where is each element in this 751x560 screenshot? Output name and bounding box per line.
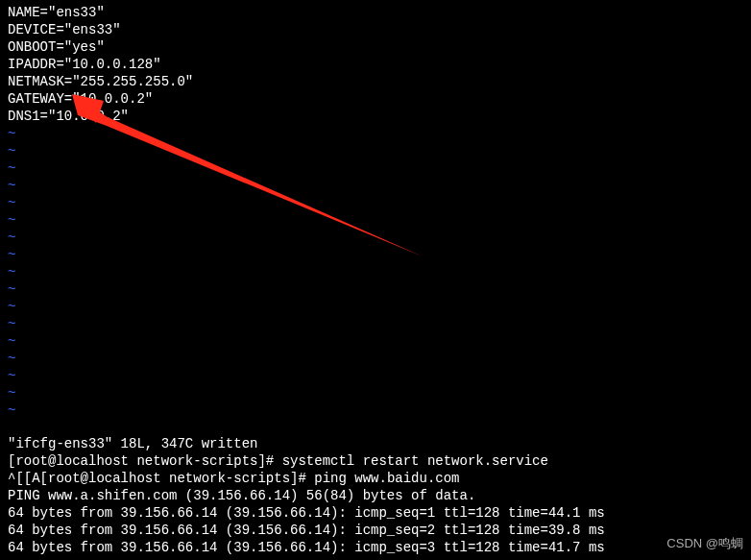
config-line: GATEWAY="10.0.0.2" (0, 90, 751, 108)
vim-tilde-line: ~ (0, 211, 751, 229)
vim-tilde-line: ~ (0, 367, 751, 384)
vim-tilde-line: ~ (0, 298, 751, 315)
ping-output: 64 bytes from 39.156.66.14 (39.156.66.14… (0, 504, 751, 522)
config-line: NETMASK="255.255.255.0" (0, 73, 751, 90)
vim-tilde-line: ~ (0, 177, 751, 194)
shell-prompt: [root@localhost network-scripts]# (8, 453, 282, 469)
vim-tilde-line: ~ (0, 229, 751, 246)
vim-tilde-line: ~ (0, 280, 751, 298)
vim-tilde-line: ~ (0, 246, 751, 263)
config-line: ONBOOT="yes" (0, 38, 751, 56)
config-line: IPADDR="10.0.0.128" (0, 56, 751, 73)
ping-output: 64 bytes from 39.156.66.14 (39.156.66.14… (0, 539, 751, 556)
file-content-block: NAME="ens33" DEVICE="ens33" ONBOOT="yes"… (0, 4, 751, 419)
shell-prompt: ^[[A[root@localhost network-scripts]# (8, 471, 314, 486)
ping-output: PING www.a.shifen.com (39.156.66.14) 56(… (0, 487, 751, 504)
shell-line: ^[[A[root@localhost network-scripts]# pi… (0, 470, 751, 487)
vim-tilde-line: ~ (0, 142, 751, 159)
config-line: DEVICE="ens33" (0, 21, 751, 38)
vim-empty-lines: ~~~~~~~~~~~~~~~~~ (0, 125, 751, 419)
shell-command: ping www.baidu.com (314, 471, 459, 486)
shell-command: systemctl restart network.service (282, 453, 548, 469)
config-line: DNS1="10.0.0.2" (0, 108, 751, 125)
shell-output-block: "ifcfg-ens33" 18L, 347C written [root@lo… (0, 435, 751, 556)
vim-tilde-line: ~ (0, 194, 751, 211)
vim-tilde-line: ~ (0, 384, 751, 402)
vim-tilde-line: ~ (0, 159, 751, 177)
config-line: NAME="ens33" (0, 4, 751, 21)
vim-status-line: "ifcfg-ens33" 18L, 347C written (0, 435, 751, 452)
vim-tilde-line: ~ (0, 402, 751, 419)
vim-tilde-line: ~ (0, 350, 751, 367)
ping-output: 64 bytes from 39.156.66.14 (39.156.66.14… (0, 522, 751, 539)
vim-tilde-line: ~ (0, 315, 751, 332)
vim-tilde-line: ~ (0, 263, 751, 280)
terminal-window[interactable]: NAME="ens33" DEVICE="ens33" ONBOOT="yes"… (0, 0, 751, 560)
vim-tilde-line: ~ (0, 332, 751, 350)
vim-tilde-line: ~ (0, 125, 751, 142)
shell-line: [root@localhost network-scripts]# system… (0, 452, 751, 470)
watermark-text: CSDN @鸣蜩 (666, 535, 743, 552)
